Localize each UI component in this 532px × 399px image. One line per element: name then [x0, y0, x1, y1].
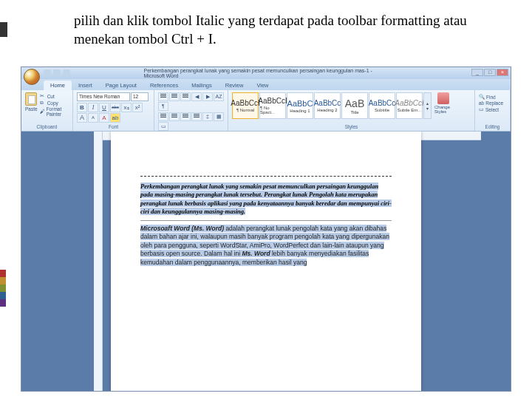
word-screenshot: Perkembangan perangkat lunak yang semaki…	[21, 66, 511, 392]
superscript-button[interactable]: x²	[132, 103, 143, 112]
instruction-text: pilih dan klik tombol Italic yang terdap…	[74, 12, 488, 48]
paste-icon	[25, 92, 37, 106]
slide-accent-colors	[0, 270, 6, 307]
style-title[interactable]: AaBTitle	[341, 92, 368, 119]
underline-button[interactable]: U	[99, 103, 109, 112]
group-paragraph: ◀ ▶ AZ ¶ ‡ ▦ ▭ Paragraph	[154, 90, 228, 131]
numbering-button[interactable]	[169, 92, 180, 101]
tab-references[interactable]: References	[143, 81, 185, 90]
style-heading2[interactable]: AaBbCcHeading 2	[314, 92, 341, 119]
align-right-button[interactable]	[180, 112, 191, 121]
scissors-icon: ✂	[40, 93, 46, 99]
group-font: Times New Roman 12 B I U abc x₂ x² A A A…	[73, 90, 154, 131]
style-heading1[interactable]: AaBbCHeading 1	[287, 92, 313, 119]
group-styles: AaBbCcI¶ Normal AaBbCcI¶ No Spaci... AaB…	[228, 90, 475, 131]
shrink-font-button[interactable]: A	[88, 113, 98, 123]
borders-button[interactable]: ▭	[158, 122, 168, 131]
group-editing: 🔍Find abReplace ▭Select Editing	[475, 90, 511, 131]
find-icon: 🔍	[479, 94, 485, 100]
justify-button[interactable]	[191, 112, 202, 121]
document-area: Perkembangan perangkat lunak yang semaki…	[21, 132, 511, 391]
page-break-line	[140, 176, 392, 177]
change-styles-icon	[437, 92, 449, 104]
sort-button[interactable]: AZ	[214, 92, 224, 101]
replace-icon: ab	[479, 100, 484, 106]
tab-view[interactable]: View	[250, 81, 275, 90]
clipboard-label: Clipboard	[25, 124, 69, 130]
style-subtitle[interactable]: AaBbCcSubtitle	[369, 92, 395, 119]
subscript-button[interactable]: x₂	[121, 103, 132, 112]
styles-more-button[interactable]: ▴▾	[423, 92, 432, 119]
find-button[interactable]: 🔍Find	[479, 94, 506, 100]
style-subtle-em[interactable]: AaBbCcISubtle Em...	[396, 92, 423, 119]
font-size-select[interactable]: 12	[131, 92, 149, 101]
strike-button[interactable]: abc	[110, 103, 120, 112]
tab-review[interactable]: Review	[219, 81, 250, 90]
document-page[interactable]: Perkembangan perangkat lunak yang semaki…	[111, 132, 421, 391]
italic-button[interactable]: I	[88, 103, 98, 112]
vertical-ruler[interactable]	[94, 132, 103, 391]
window-controls: _ □ ×	[471, 69, 508, 76]
maximize-button[interactable]: □	[484, 69, 496, 76]
window-title: Perkembangan perangkat lunak yang semaki…	[144, 68, 389, 78]
grow-font-button[interactable]: A	[77, 113, 87, 123]
align-center-button[interactable]	[169, 112, 180, 121]
text-separator	[140, 220, 392, 221]
font-name-select[interactable]: Times New Roman	[77, 92, 130, 101]
select-button[interactable]: ▭Select	[479, 106, 506, 112]
tab-mailings[interactable]: Mailings	[185, 81, 219, 90]
highlight-button[interactable]: ab	[110, 113, 120, 123]
brush-icon: 🖌	[40, 109, 45, 115]
shading-button[interactable]: ▦	[214, 112, 224, 121]
slide-accent	[0, 22, 7, 37]
indent-inc-button[interactable]: ▶	[202, 92, 213, 101]
paste-button[interactable]: Paste	[25, 92, 38, 124]
cut-button[interactable]: ✂Cut	[40, 93, 69, 99]
titlebar: Perkembangan perangkat lunak yang semaki…	[21, 67, 511, 79]
indent-dec-button[interactable]: ◀	[191, 92, 202, 101]
ribbon-tabs: Home Insert Page Layout References Maili…	[21, 79, 511, 90]
bullets-button[interactable]	[158, 92, 168, 101]
styles-label: Styles	[232, 124, 471, 130]
office-button[interactable]	[24, 69, 40, 85]
multilevel-button[interactable]	[180, 92, 191, 101]
document-paragraph[interactable]: Microsoaft Word (Ms. Word) adalah perang…	[140, 225, 392, 267]
change-styles-button[interactable]: Change Styles	[434, 92, 452, 114]
copy-icon: ⧉	[40, 100, 46, 106]
minimize-button[interactable]: _	[471, 69, 483, 76]
tab-insert[interactable]: Insert	[72, 81, 99, 90]
font-label: Font	[77, 124, 150, 130]
group-clipboard: Paste ✂Cut ⧉Copy 🖌Format Painter Clipboa…	[21, 90, 73, 131]
bold-button[interactable]: B	[77, 103, 87, 112]
quick-access-toolbar[interactable]	[44, 69, 70, 77]
align-left-button[interactable]	[158, 112, 168, 121]
select-icon: ▭	[479, 106, 484, 112]
format-painter-button[interactable]: 🖌Format Painter	[40, 106, 69, 117]
editing-label: Editing	[479, 124, 506, 130]
selected-italic-text[interactable]: Perkembangan perangkat lunak yang semaki…	[140, 183, 392, 215]
paste-label: Paste	[25, 106, 38, 112]
show-marks-button[interactable]: ¶	[158, 102, 168, 111]
ribbon: Paste ✂Cut ⧉Copy 🖌Format Painter Clipboa…	[21, 90, 511, 132]
close-button[interactable]: ×	[497, 69, 508, 76]
font-color-button[interactable]: A	[99, 113, 109, 123]
tab-home[interactable]: Home	[44, 81, 72, 90]
replace-button[interactable]: abReplace	[479, 100, 506, 106]
style-normal[interactable]: AaBbCcI¶ Normal	[232, 92, 259, 119]
tab-page-layout[interactable]: Page Layout	[99, 81, 143, 90]
line-spacing-button[interactable]: ‡	[202, 112, 213, 121]
copy-button[interactable]: ⧉Copy	[40, 100, 69, 106]
style-no-spacing[interactable]: AaBbCcI¶ No Spaci...	[259, 92, 286, 119]
